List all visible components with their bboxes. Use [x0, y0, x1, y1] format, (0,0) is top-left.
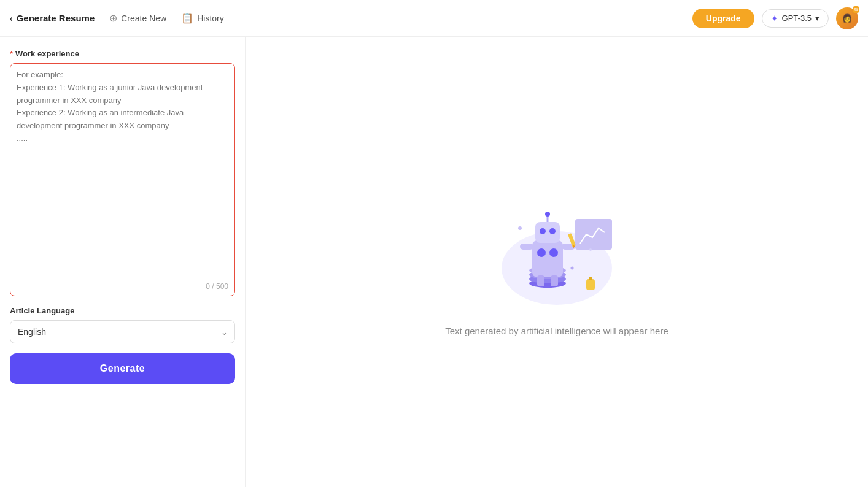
main-content: *Work experience 0 / 500 Article Languag… [0, 37, 868, 487]
create-new-nav[interactable]: ⊕ Create New [109, 12, 166, 24]
generate-button[interactable]: Generate [10, 353, 235, 384]
history-nav[interactable]: 📋 History [181, 12, 224, 24]
article-language-group: Article Language English Spanish French … [10, 306, 235, 343]
svg-rect-21 [589, 277, 592, 280]
svg-rect-14 [520, 244, 533, 250]
work-experience-textarea[interactable] [17, 69, 228, 277]
left-panel: *Work experience 0 / 500 Article Languag… [0, 37, 246, 487]
svg-point-8 [549, 248, 558, 257]
work-experience-box: 0 / 500 [10, 63, 235, 296]
history-icon: 📋 [181, 12, 193, 24]
svg-rect-9 [535, 222, 560, 243]
avatar-badge: % [853, 6, 859, 13]
avatar-image: 👩 [842, 13, 852, 23]
svg-rect-6 [532, 240, 563, 277]
svg-point-11 [549, 228, 556, 234]
svg-rect-1 [575, 219, 612, 250]
svg-point-13 [545, 212, 550, 217]
required-star: * [10, 49, 13, 58]
svg-point-10 [540, 228, 546, 234]
header-right: Upgrade ✦ GPT-3.5 ▾ 👩 % [692, 7, 858, 29]
work-experience-label: *Work experience [10, 49, 235, 58]
history-label: History [197, 13, 224, 23]
article-language-label: Article Language [10, 306, 235, 315]
gpt-icon: ✦ [771, 13, 778, 23]
header-left: ‹ Generate Resume ⊕ Create New 📋 History [10, 12, 692, 24]
gpt-chevron-icon: ▾ [815, 13, 820, 23]
svg-point-22 [518, 226, 522, 230]
right-panel: Text generated by artificial intelligenc… [246, 37, 868, 487]
language-select-wrapper: English Spanish French German Chinese Ja… [10, 320, 235, 343]
svg-point-7 [537, 248, 546, 257]
char-count: 0 / 500 [17, 282, 228, 291]
upgrade-button[interactable]: Upgrade [692, 9, 754, 28]
create-new-icon: ⊕ [109, 12, 117, 24]
svg-point-24 [571, 266, 574, 269]
header: ‹ Generate Resume ⊕ Create New 📋 History… [0, 0, 868, 37]
svg-rect-20 [586, 279, 595, 290]
gpt-label: GPT-3.5 [782, 13, 812, 23]
ai-placeholder-text: Text generated by artificial intelligenc… [445, 326, 668, 336]
create-new-label: Create New [121, 13, 166, 23]
avatar[interactable]: 👩 % [836, 7, 858, 29]
svg-rect-16 [537, 275, 544, 286]
svg-point-23 [589, 248, 592, 251]
page-title: Generate Resume [17, 13, 95, 23]
work-experience-group: *Work experience 0 / 500 [10, 49, 235, 296]
back-button[interactable]: ‹ Generate Resume [10, 13, 95, 23]
gpt-selector-button[interactable]: ✦ GPT-3.5 ▾ [762, 9, 829, 28]
svg-rect-17 [551, 275, 558, 286]
language-select[interactable]: English Spanish French German Chinese Ja… [10, 320, 235, 343]
back-chevron-icon: ‹ [10, 13, 13, 23]
robot-illustration [483, 188, 630, 311]
